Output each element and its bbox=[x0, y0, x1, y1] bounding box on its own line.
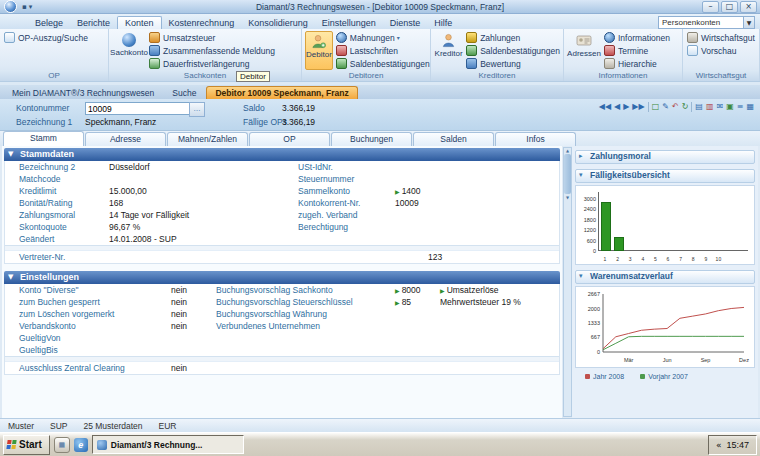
tab-belege[interactable]: Belege bbox=[28, 17, 70, 29]
field-label: Verbandskonto bbox=[19, 321, 76, 331]
doc-tab-debitor[interactable]: Debitor 10009 Speckmann, Franz bbox=[206, 86, 357, 99]
panel-header-zahlungsmoral[interactable]: ▸ Zahlungsmoral bbox=[575, 150, 755, 164]
faelligkeit-plot: 0600120018002400300012345678910 bbox=[576, 186, 754, 264]
tab-mahnen-zahlen[interactable]: Mahnen/Zahlen bbox=[167, 132, 248, 146]
email-button[interactable]: ✉ bbox=[716, 102, 723, 112]
vertical-scrollbar[interactable]: ▲▼ bbox=[563, 147, 572, 417]
tray-expand-icon[interactable]: « bbox=[716, 440, 722, 450]
export-button[interactable]: ▥ bbox=[706, 102, 714, 112]
lastschriften-button[interactable]: Lastschriften bbox=[335, 44, 430, 57]
field-value: 14 Tage vor Fälligkeit bbox=[109, 210, 189, 220]
notes-button[interactable]: ≡ bbox=[737, 102, 744, 112]
panel-faelligkeit: ▾ Fälligkeitsübersicht 06001200180024003… bbox=[575, 169, 755, 265]
saldenbestaetigungen-button[interactable]: Saldenbestätigungen bbox=[335, 57, 430, 70]
collapse-icon[interactable]: ▼ bbox=[8, 271, 13, 284]
field-value: Düsseldorf bbox=[109, 162, 150, 172]
panel-header-warenumsatz[interactable]: ▾ Warenumsatzverlauf bbox=[575, 270, 755, 284]
tab-op[interactable]: OP bbox=[249, 132, 330, 146]
konten-type-combobox[interactable]: Personenkonten ▼ bbox=[658, 16, 755, 29]
edit-record-button[interactable]: ✎ bbox=[662, 102, 669, 112]
vorschau-button[interactable]: Vorschau bbox=[686, 44, 755, 57]
account-lookup-button[interactable]: … bbox=[189, 102, 205, 117]
print-button[interactable]: ▤ bbox=[695, 102, 703, 112]
mahnungen-button[interactable]: Mahnungen ▾ bbox=[335, 31, 430, 44]
tab-kostenrechnung[interactable]: Kostenrechnung bbox=[162, 17, 242, 29]
last-record-button[interactable]: ▶▶ bbox=[632, 102, 644, 112]
zahlungen-button[interactable]: Zahlungen bbox=[465, 31, 560, 44]
sachkonto-button[interactable]: Sachkonto bbox=[112, 31, 146, 70]
kreditor-button[interactable]: Kreditor bbox=[434, 31, 463, 70]
chevron-down-icon[interactable]: ▾ bbox=[397, 34, 400, 41]
field-value: 96,67 % bbox=[109, 222, 140, 232]
op-auszug-suche-button[interactable]: OP-Auszug/Suche bbox=[3, 31, 88, 44]
collapse-icon[interactable]: ▾ bbox=[579, 170, 583, 181]
sachkonto-vorschlag-link[interactable]: ▶8000 bbox=[395, 285, 421, 295]
next-record-button[interactable]: ▶ bbox=[623, 102, 629, 112]
bewertung-button[interactable]: Bewertung bbox=[465, 57, 560, 70]
tab-stamm[interactable]: Stamm bbox=[3, 131, 84, 146]
combobox-value: Personenkonten bbox=[662, 18, 720, 27]
tab-hilfe[interactable]: Hilfe bbox=[427, 17, 459, 29]
collapse-icon[interactable]: ▾ bbox=[579, 271, 583, 282]
status-currency: EUR bbox=[159, 421, 177, 431]
tooltip: Debitor bbox=[236, 71, 270, 82]
warenumsatz-chart: 0667133320002667MärJunSepDez bbox=[575, 286, 755, 368]
adressen-button[interactable]: Adressen bbox=[567, 31, 601, 70]
field-label: Buchungsvorschlag Sachkonto bbox=[216, 285, 333, 295]
svg-text:Jun: Jun bbox=[663, 357, 672, 363]
svg-text:2000: 2000 bbox=[588, 306, 600, 312]
tab-einstellungen[interactable]: Einstellungen bbox=[315, 17, 383, 29]
start-button[interactable]: Start bbox=[3, 435, 50, 455]
sachkonto-vorschlag-text-link[interactable]: ▶Umsatzerlöse bbox=[440, 285, 499, 295]
attachment-button[interactable]: ▣ bbox=[726, 102, 734, 112]
refresh-button[interactable]: ↻ bbox=[682, 102, 689, 112]
doc-tab-suche[interactable]: Suche bbox=[164, 87, 204, 99]
undo-button[interactable]: ↶ bbox=[672, 102, 679, 112]
first-record-button[interactable]: ◀◀ bbox=[599, 102, 611, 112]
minimize-button[interactable]: – bbox=[702, 1, 719, 13]
tab-salden[interactable]: Salden bbox=[413, 132, 494, 146]
section-header-stammdaten[interactable]: ▼ Stammdaten bbox=[4, 148, 560, 161]
umsatzsteuer-button[interactable]: Umsatzsteuer bbox=[148, 31, 275, 44]
doc-tab-home[interactable]: Mein DIAMANT®/3 Rechnungswesen bbox=[4, 87, 162, 99]
tab-buchungen[interactable]: Buchungen bbox=[331, 132, 412, 146]
quicklaunch-desktop-icon[interactable]: ▦ bbox=[54, 437, 70, 453]
tab-konten[interactable]: Konten bbox=[117, 16, 162, 29]
hierarchie-button[interactable]: Hierarchie bbox=[603, 57, 670, 70]
chevron-down-icon[interactable]: ▼ bbox=[743, 17, 754, 28]
tab-dienste[interactable]: Dienste bbox=[383, 17, 428, 29]
kontonummer-input[interactable] bbox=[85, 102, 191, 115]
close-button[interactable]: × bbox=[740, 1, 757, 13]
quicklaunch-browser-icon[interactable]: e bbox=[74, 438, 88, 452]
wirtschaftsgut-button[interactable]: Wirtschaftsgut bbox=[686, 31, 755, 44]
zusammenfassende-meldung-button[interactable]: Zusammenfassende Meldung bbox=[148, 44, 275, 57]
ribbon-group-informationen: Adressen Informationen Termine Hierarchi… bbox=[564, 29, 683, 81]
section-header-einstellungen[interactable]: ▼ Einstellungen bbox=[4, 271, 560, 284]
group-label-op: OP bbox=[0, 70, 108, 81]
new-record-button[interactable]: □ bbox=[652, 102, 660, 112]
maximize-button[interactable]: □ bbox=[721, 1, 738, 13]
dauerfristverlaengerung-button[interactable]: Dauerfristverlängerung bbox=[148, 57, 275, 70]
list-button[interactable]: ▦ bbox=[746, 102, 754, 112]
expand-icon[interactable]: ▸ bbox=[579, 151, 583, 162]
tab-konsolidierung[interactable]: Konsolidierung bbox=[241, 17, 315, 29]
informationen-button[interactable]: Informationen bbox=[603, 31, 670, 44]
svg-text:2667: 2667 bbox=[588, 291, 600, 297]
termine-button[interactable]: Termine bbox=[603, 44, 670, 57]
ribbon-tab-bar: Belege Berichte Konten Kostenrechnung Ko… bbox=[0, 14, 760, 29]
panel-header-faelligkeit[interactable]: ▾ Fälligkeitsübersicht bbox=[575, 169, 755, 183]
sammelkonto-link[interactable]: ▶1400 bbox=[395, 186, 421, 196]
preview-icon bbox=[687, 45, 698, 56]
previous-record-button[interactable]: ◀ bbox=[614, 102, 620, 112]
tab-adresse[interactable]: Adresse bbox=[85, 132, 166, 146]
taskbar-task-button[interactable]: Diamant/3 Rechnung... bbox=[92, 435, 244, 454]
record-toolbar: ◀◀ ◀ ▶ ▶▶ □ ✎ ↶ ↻ ▤ ▥ ✉ ▣ ≡ ▦ bbox=[599, 102, 754, 112]
saldenbestaetigungen-kreditor-button[interactable]: Saldenbestätigungen bbox=[465, 44, 560, 57]
debitor-button[interactable]: Debitor bbox=[305, 31, 333, 70]
scrollbar-thumb[interactable] bbox=[564, 154, 571, 194]
field-label: Berechtigung bbox=[298, 222, 348, 232]
tab-infos[interactable]: Infos bbox=[495, 132, 576, 146]
collapse-icon[interactable]: ▼ bbox=[8, 148, 13, 161]
tab-berichte[interactable]: Berichte bbox=[70, 17, 117, 29]
steuerschluessel-link[interactable]: ▶85 bbox=[395, 297, 411, 307]
